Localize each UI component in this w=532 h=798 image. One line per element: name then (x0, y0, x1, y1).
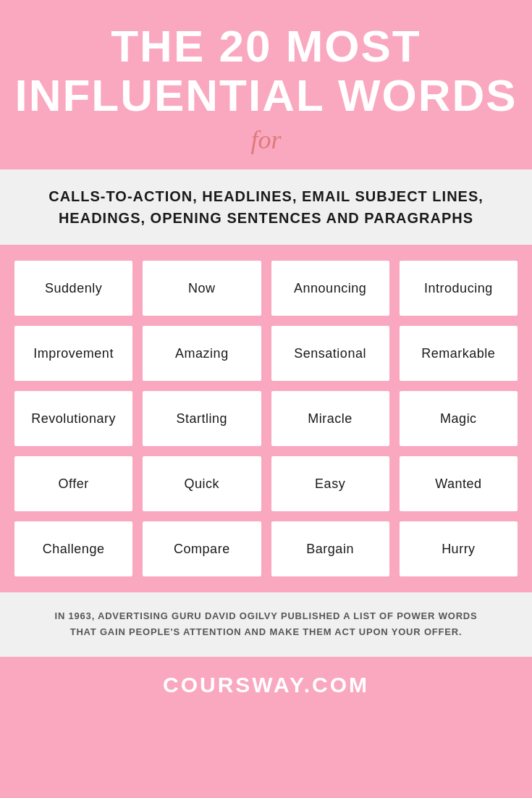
word-cell: Hurry (398, 520, 519, 578)
word-cell: Amazing (141, 324, 262, 382)
word-cell: Revolutionary (13, 390, 134, 448)
word-cell: Offer (13, 455, 134, 513)
word-cell: Announcing (270, 259, 391, 317)
for-label: for (14, 125, 518, 155)
header-section: THE 20 MOST INFLUENTIAL WORDS for (0, 0, 532, 169)
title-line1: THE 20 MOST (14, 22, 518, 71)
word-cell: Wanted (398, 455, 519, 513)
title-line2: INFLUENTIAL WORDS (14, 71, 518, 120)
word-cell: Now (141, 259, 262, 317)
footer-text: IN 1963, ADVERTISING GURU DAVID OGILVY P… (43, 608, 489, 640)
brand-name: COURSWAY.COM (14, 673, 518, 697)
subtitle-section: CALLS-TO-ACTION, HEADLINES, EMAIL SUBJEC… (0, 169, 532, 245)
brand-section: COURSWAY.COM (0, 657, 532, 713)
word-cell: Introducing (398, 259, 519, 317)
word-cell: Startling (141, 390, 262, 448)
word-cell: Miracle (270, 390, 391, 448)
grid-section: SuddenlyNowAnnouncingIntroducingImprovem… (0, 245, 532, 592)
word-cell: Sensational (270, 324, 391, 382)
word-cell: Magic (398, 390, 519, 448)
word-cell: Remarkable (398, 324, 519, 382)
header-title: THE 20 MOST INFLUENTIAL WORDS (14, 22, 518, 120)
subtitle-text: CALLS-TO-ACTION, HEADLINES, EMAIL SUBJEC… (29, 185, 503, 229)
word-cell: Quick (141, 455, 262, 513)
word-cell: Bargain (270, 520, 391, 578)
word-cell: Compare (141, 520, 262, 578)
word-cell: Easy (270, 455, 391, 513)
word-cell: Challenge (13, 520, 134, 578)
word-cell: Improvement (13, 324, 134, 382)
words-grid: SuddenlyNowAnnouncingIntroducingImprovem… (13, 259, 519, 578)
word-cell: Suddenly (13, 259, 134, 317)
footer-section: IN 1963, ADVERTISING GURU DAVID OGILVY P… (0, 592, 532, 656)
